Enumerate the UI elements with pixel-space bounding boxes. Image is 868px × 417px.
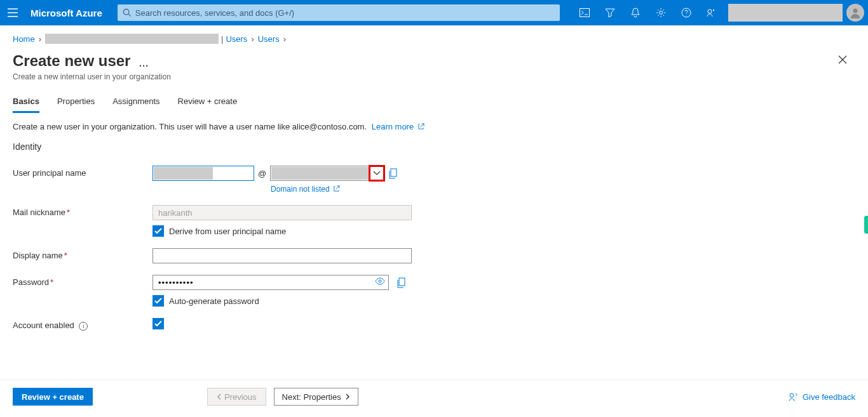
chevron-right-icon [345, 394, 350, 400]
breadcrumb-home[interactable]: Home [13, 34, 35, 44]
breadcrumb-users-1[interactable]: Users [226, 34, 247, 44]
breadcrumb-separator-bar: | [221, 34, 223, 44]
page-title: Create new user [13, 52, 130, 70]
tab-assignments[interactable]: Assignments [112, 96, 159, 113]
previous-label: Previous [224, 392, 257, 402]
eye-icon [375, 277, 385, 285]
at-symbol: @ [258, 169, 266, 178]
page-subtitle: Create a new internal user in your organ… [13, 72, 855, 81]
search-icon [123, 8, 132, 17]
help-icon [681, 8, 691, 18]
close-blade-button[interactable] [832, 50, 853, 70]
chevron-left-icon [217, 394, 222, 400]
brand-label[interactable]: Microsoft Azure [25, 8, 118, 18]
breadcrumb-users-2[interactable]: Users [258, 34, 280, 44]
bell-icon [631, 8, 640, 18]
chevron-right-icon: › [283, 34, 286, 44]
person-icon [850, 7, 861, 18]
svg-point-9 [790, 394, 794, 397]
learn-more-link[interactable]: Learn more [372, 122, 424, 131]
feedback-top-button[interactable] [699, 0, 724, 25]
label-password: Password* [13, 275, 153, 287]
copy-icon [397, 277, 406, 288]
help-button[interactable] [674, 0, 699, 25]
derive-label: Derive from user principal name [169, 227, 286, 236]
password-input[interactable] [153, 275, 389, 290]
footer-bar: Review + create Previous Next: Propertie… [0, 380, 868, 417]
description-text: Create a new user in your organization. … [13, 122, 367, 131]
hamburger-icon [8, 8, 18, 17]
svg-point-7 [379, 280, 381, 282]
more-commands-button[interactable]: … [139, 58, 150, 69]
domain-not-listed-label: Domain not listed [271, 185, 330, 194]
give-feedback-link[interactable]: Give feedback [789, 392, 855, 402]
row-display-name: Display name* [13, 248, 855, 263]
section-identity: Identity [13, 142, 855, 152]
autogen-password-checkbox[interactable] [153, 295, 164, 307]
svg-point-4 [708, 10, 712, 13]
search-input[interactable] [135, 8, 555, 18]
svg-rect-6 [391, 169, 397, 176]
learn-more-label: Learn more [372, 122, 414, 131]
tab-properties[interactable]: Properties [57, 96, 95, 113]
copy-upn-button[interactable] [388, 168, 398, 179]
autogen-password-label: Auto-generate password [169, 296, 259, 306]
check-icon [154, 321, 162, 327]
tabs: Basics Properties Assignments Review + c… [0, 85, 868, 113]
required-asterisk: * [64, 251, 67, 260]
tab-basics[interactable]: Basics [13, 96, 39, 113]
required-asterisk: * [50, 277, 53, 287]
label-upn: User principal name [13, 166, 153, 178]
label-display-name-text: Display name [13, 251, 63, 260]
breadcrumb-tenant-redacted[interactable] [45, 34, 219, 44]
row-account-enabled: Account enabled i [13, 318, 855, 331]
filter-icon [605, 8, 615, 18]
close-icon [838, 55, 847, 64]
avatar[interactable] [846, 4, 864, 22]
external-link-icon [333, 185, 340, 192]
label-account-enabled: Account enabled i [13, 318, 153, 331]
directory-filter-button[interactable] [597, 0, 623, 25]
settings-button[interactable] [648, 0, 674, 25]
copy-icon [388, 168, 398, 179]
give-feedback-label: Give feedback [803, 392, 855, 402]
side-feedback-handle[interactable] [864, 216, 868, 234]
mail-nickname-input [153, 205, 412, 220]
next-properties-button[interactable]: Next: Properties [274, 388, 358, 406]
display-name-input[interactable] [153, 248, 412, 263]
next-label: Next: Properties [282, 392, 341, 402]
tab-review-create[interactable]: Review + create [178, 96, 238, 113]
chevron-right-icon: › [251, 34, 254, 44]
notifications-button[interactable] [623, 0, 648, 25]
svg-point-0 [123, 9, 129, 15]
check-icon [154, 228, 162, 234]
domain-dropdown[interactable] [270, 166, 384, 181]
gear-icon [656, 8, 666, 18]
upn-local-input[interactable] [153, 166, 254, 181]
top-bar: Microsoft Azure [0, 0, 868, 25]
svg-point-2 [660, 11, 663, 15]
svg-rect-8 [399, 278, 405, 286]
account-enabled-checkbox[interactable] [153, 318, 164, 329]
top-icons [572, 0, 868, 25]
copy-password-button[interactable] [397, 277, 406, 288]
derive-checkbox[interactable] [153, 225, 164, 237]
upn-local-value-redacted [154, 167, 213, 180]
row-password: Password* Auto-generate password [13, 275, 855, 307]
previous-button: Previous [207, 388, 266, 406]
label-mail-nickname-text: Mail nickname [13, 208, 65, 217]
external-link-icon [417, 123, 424, 130]
domain-value-redacted [271, 167, 369, 180]
cloud-shell-icon [580, 8, 590, 17]
domain-not-listed-link[interactable]: Domain not listed [271, 185, 340, 194]
global-search[interactable] [118, 4, 560, 21]
label-mail-nickname: Mail nickname* [13, 205, 153, 217]
review-create-button[interactable]: Review + create [13, 388, 93, 406]
domain-dropdown-arrow[interactable] [370, 166, 384, 180]
svg-rect-1 [580, 9, 590, 17]
cloud-shell-button[interactable] [572, 0, 597, 25]
account-placeholder[interactable] [728, 4, 843, 22]
info-icon[interactable]: i [79, 322, 88, 331]
hamburger-menu[interactable] [0, 0, 25, 25]
show-password-button[interactable] [375, 277, 385, 285]
